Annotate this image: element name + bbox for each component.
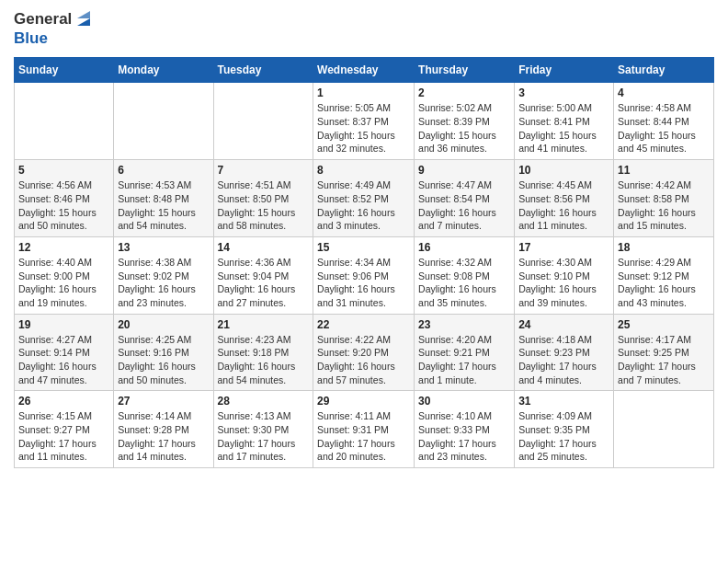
day-number: 23 [418,318,510,331]
day-info: Sunrise: 5:02 AM Sunset: 8:39 PM Dayligh… [418,101,510,155]
day-number: 25 [618,318,710,331]
day-number: 27 [118,395,209,408]
day-info: Sunrise: 4:25 AM Sunset: 9:16 PM Dayligh… [118,333,209,387]
day-info: Sunrise: 4:11 AM Sunset: 9:31 PM Dayligh… [317,409,410,464]
calendar-cell: 27Sunrise: 4:14 AM Sunset: 9:28 PM Dayli… [114,391,213,468]
calendar-cell: 17Sunrise: 4:30 AM Sunset: 9:10 PM Dayli… [515,236,614,314]
day-number: 21 [218,318,310,331]
day-info: Sunrise: 4:53 AM Sunset: 8:48 PM Dayligh… [118,178,209,233]
calendar-header-friday: Friday [515,58,614,83]
calendar-cell [15,83,114,160]
day-info: Sunrise: 4:15 AM Sunset: 9:27 PM Dayligh… [18,409,109,464]
calendar-cell: 29Sunrise: 4:11 AM Sunset: 9:31 PM Dayli… [313,391,415,468]
day-info: Sunrise: 4:38 AM Sunset: 9:02 PM Dayligh… [118,256,209,310]
calendar-cell: 4Sunrise: 4:58 AM Sunset: 8:44 PM Daylig… [614,83,714,160]
calendar-cell: 28Sunrise: 4:13 AM Sunset: 9:30 PM Dayli… [213,391,313,468]
calendar-cell: 8Sunrise: 4:49 AM Sunset: 8:52 PM Daylig… [313,160,415,237]
day-info: Sunrise: 4:56 AM Sunset: 8:46 PM Dayligh… [18,178,109,233]
page: General Blue SundayMondayTuesdayWednesda… [0,0,728,563]
day-number: 7 [218,164,310,177]
calendar-header-saturday: Saturday [614,58,714,83]
day-info: Sunrise: 4:29 AM Sunset: 9:12 PM Dayligh… [618,256,710,310]
day-info: Sunrise: 4:45 AM Sunset: 8:56 PM Dayligh… [518,178,609,233]
calendar-cell: 13Sunrise: 4:38 AM Sunset: 9:02 PM Dayli… [114,236,213,314]
day-number: 24 [518,318,609,331]
calendar-week-row: 5Sunrise: 4:56 AM Sunset: 8:46 PM Daylig… [15,160,714,237]
day-number: 17 [518,241,609,254]
day-number: 31 [518,395,609,408]
calendar-week-row: 26Sunrise: 4:15 AM Sunset: 9:27 PM Dayli… [15,391,714,468]
day-info: Sunrise: 4:40 AM Sunset: 9:00 PM Dayligh… [18,256,109,310]
day-number: 3 [518,86,609,99]
day-number: 30 [418,395,510,408]
day-info: Sunrise: 4:58 AM Sunset: 8:44 PM Dayligh… [618,101,710,155]
day-number: 13 [118,241,209,254]
calendar-cell [213,83,313,160]
svg-marker-0 [77,18,90,26]
calendar-cell: 15Sunrise: 4:34 AM Sunset: 9:06 PM Dayli… [313,236,415,314]
day-number: 9 [418,164,510,177]
day-number: 22 [317,318,410,331]
calendar-cell: 26Sunrise: 4:15 AM Sunset: 9:27 PM Dayli… [15,391,114,468]
calendar-cell: 16Sunrise: 4:32 AM Sunset: 9:08 PM Dayli… [415,236,515,314]
calendar-cell: 18Sunrise: 4:29 AM Sunset: 9:12 PM Dayli… [614,236,714,314]
calendar-cell: 1Sunrise: 5:05 AM Sunset: 8:37 PM Daylig… [313,83,415,160]
calendar-cell: 30Sunrise: 4:10 AM Sunset: 9:33 PM Dayli… [415,391,515,468]
day-number: 8 [317,164,410,177]
calendar-week-row: 1Sunrise: 5:05 AM Sunset: 8:37 PM Daylig… [15,83,714,160]
calendar-cell: 22Sunrise: 4:22 AM Sunset: 9:20 PM Dayli… [313,314,415,391]
day-number: 26 [18,395,109,408]
svg-marker-1 [77,11,90,18]
calendar-header-tuesday: Tuesday [213,58,313,83]
calendar-header-thursday: Thursday [415,58,515,83]
day-info: Sunrise: 4:17 AM Sunset: 9:25 PM Dayligh… [618,333,710,387]
calendar-cell: 20Sunrise: 4:25 AM Sunset: 9:16 PM Dayli… [114,314,213,391]
day-number: 11 [618,164,710,177]
calendar-header-wednesday: Wednesday [313,58,415,83]
day-number: 5 [18,164,109,177]
day-number: 29 [317,395,410,408]
day-info: Sunrise: 4:27 AM Sunset: 9:14 PM Dayligh… [18,333,109,387]
logo: General Blue [14,9,94,48]
calendar-cell: 23Sunrise: 4:20 AM Sunset: 9:21 PM Dayli… [415,314,515,391]
day-info: Sunrise: 4:49 AM Sunset: 8:52 PM Dayligh… [317,178,410,233]
calendar-cell: 6Sunrise: 4:53 AM Sunset: 8:48 PM Daylig… [114,160,213,237]
day-number: 10 [518,164,609,177]
calendar-cell: 31Sunrise: 4:09 AM Sunset: 9:35 PM Dayli… [515,391,614,468]
day-number: 28 [218,395,310,408]
calendar-cell: 12Sunrise: 4:40 AM Sunset: 9:00 PM Dayli… [15,236,114,314]
calendar-week-row: 19Sunrise: 4:27 AM Sunset: 9:14 PM Dayli… [15,314,714,391]
calendar-cell: 25Sunrise: 4:17 AM Sunset: 9:25 PM Dayli… [614,314,714,391]
day-number: 6 [118,164,209,177]
day-info: Sunrise: 4:47 AM Sunset: 8:54 PM Dayligh… [418,178,510,233]
day-number: 4 [618,86,710,99]
day-number: 2 [418,86,510,99]
day-info: Sunrise: 4:36 AM Sunset: 9:04 PM Dayligh… [218,256,310,310]
day-info: Sunrise: 4:51 AM Sunset: 8:50 PM Dayligh… [218,178,310,233]
calendar-cell: 24Sunrise: 4:18 AM Sunset: 9:23 PM Dayli… [515,314,614,391]
logo-blue: Blue [14,29,48,48]
day-info: Sunrise: 4:30 AM Sunset: 9:10 PM Dayligh… [518,256,609,310]
calendar-table: SundayMondayTuesdayWednesdayThursdayFrid… [14,57,714,468]
day-info: Sunrise: 4:22 AM Sunset: 9:20 PM Dayligh… [317,333,410,387]
day-number: 15 [317,241,410,254]
calendar-header-monday: Monday [114,58,213,83]
day-info: Sunrise: 4:09 AM Sunset: 9:35 PM Dayligh… [518,409,609,464]
logo-triangle-icon [74,9,94,29]
day-number: 16 [418,241,510,254]
calendar-header-sunday: Sunday [15,58,114,83]
calendar-cell: 21Sunrise: 4:23 AM Sunset: 9:18 PM Dayli… [213,314,313,391]
day-number: 1 [317,86,410,99]
day-info: Sunrise: 4:10 AM Sunset: 9:33 PM Dayligh… [418,409,510,464]
day-info: Sunrise: 4:18 AM Sunset: 9:23 PM Dayligh… [518,333,609,387]
day-info: Sunrise: 5:05 AM Sunset: 8:37 PM Dayligh… [317,101,410,155]
day-info: Sunrise: 4:23 AM Sunset: 9:18 PM Dayligh… [218,333,310,387]
calendar-cell: 14Sunrise: 4:36 AM Sunset: 9:04 PM Dayli… [213,236,313,314]
logo-general: General [14,10,72,29]
calendar-header-row: SundayMondayTuesdayWednesdayThursdayFrid… [15,58,714,83]
day-number: 20 [118,318,209,331]
calendar-cell: 19Sunrise: 4:27 AM Sunset: 9:14 PM Dayli… [15,314,114,391]
calendar-week-row: 12Sunrise: 4:40 AM Sunset: 9:00 PM Dayli… [15,236,714,314]
calendar-cell: 2Sunrise: 5:02 AM Sunset: 8:39 PM Daylig… [415,83,515,160]
day-info: Sunrise: 4:34 AM Sunset: 9:06 PM Dayligh… [317,256,410,310]
